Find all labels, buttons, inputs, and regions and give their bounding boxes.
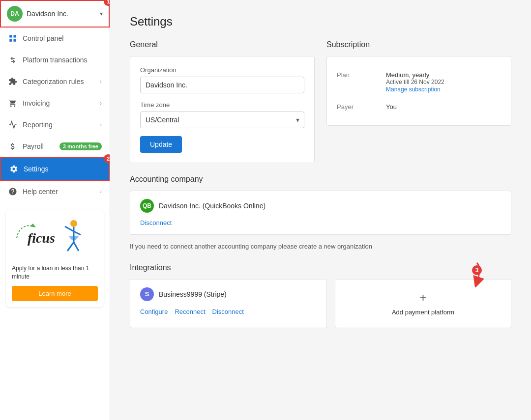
- tz-label: Time zone: [140, 101, 304, 109]
- sidebar-item-settings[interactable]: Settings 2: [0, 157, 110, 181]
- payer-label: Payer: [337, 103, 386, 111]
- learn-more-button[interactable]: Learn more: [12, 286, 98, 301]
- manage-subscription-link[interactable]: Manage subscription: [386, 86, 441, 93]
- promo-tagline: Apply for a loan in less than 1 minute: [12, 264, 98, 281]
- sidebar-item-payroll[interactable]: Payroll 3 months free: [0, 136, 110, 157]
- add-payment-platform-card[interactable]: + Add payment platform: [335, 279, 511, 328]
- stripe-disconnect-link[interactable]: Disconnect: [212, 308, 244, 315]
- account-name: Davidson Inc.: [27, 10, 100, 18]
- main-content: Settings General Organization Time zone …: [110, 0, 531, 420]
- subscription-card: Plan Medium, yearly Active till 26 Nov 2…: [326, 56, 511, 126]
- green-arrow-svg: [14, 219, 44, 243]
- general-section: General Organization Time zone US/Centra…: [130, 40, 315, 163]
- subscription-section-title: Subscription: [326, 40, 511, 49]
- accounting-card: QB Davidson Inc. (QuickBooks Online) Dis…: [130, 191, 511, 235]
- update-button[interactable]: Update: [140, 136, 182, 153]
- cart-icon: [8, 98, 18, 108]
- sidebar-label-invoicing: Invoicing: [23, 99, 100, 107]
- gear-icon: [9, 164, 19, 174]
- accounting-note: If you need to connect another accountin…: [130, 242, 511, 252]
- tz-select[interactable]: US/Central: [140, 112, 304, 128]
- avatar: DA: [7, 6, 23, 22]
- person-figure: [55, 218, 82, 259]
- plan-value: Medium, yearly Active till 26 Nov 2022 M…: [386, 71, 501, 93]
- add-platform-wrapper: 3 + Add payment platform: [335, 279, 511, 328]
- plan-name: Medium, yearly: [386, 71, 429, 79]
- stripe-header: S Business9999 (Stripe): [140, 287, 317, 301]
- plan-row: Plan Medium, yearly Active till 26 Nov 2…: [337, 66, 501, 98]
- puzzle-icon: [8, 77, 18, 86]
- tz-select-wrapper: US/Central ▾: [140, 112, 304, 128]
- sidebar-item-reporting[interactable]: Reporting ›: [0, 114, 110, 136]
- svg-line-11: [67, 242, 74, 251]
- integrations-section: Integrations S Business9999 (Stripe) Con…: [130, 263, 511, 328]
- integrations-grid: S Business9999 (Stripe) Configure Reconn…: [130, 279, 511, 328]
- subscription-section: Subscription Plan Medium, yearly Active …: [326, 40, 511, 163]
- svg-rect-0: [9, 35, 12, 37]
- top-section: General Organization Time zone US/Centra…: [130, 40, 511, 163]
- sidebar-item-help-center[interactable]: Help center ›: [0, 181, 110, 202]
- question-icon: [8, 187, 18, 196]
- sidebar-item-categorization-rules[interactable]: Categorization rules ›: [0, 71, 110, 92]
- disconnect-link[interactable]: Disconnect: [140, 219, 172, 226]
- accounting-company-name: Davidson Inc. (QuickBooks Online): [159, 202, 266, 210]
- plan-label: Plan: [337, 71, 386, 93]
- svg-rect-3: [14, 39, 16, 42]
- svg-line-10: [74, 231, 81, 235]
- grid-icon: [8, 33, 18, 43]
- svg-rect-1: [14, 35, 16, 37]
- sidebar-item-platform-transactions[interactable]: Platform transactions: [0, 49, 110, 71]
- reconnect-link[interactable]: Reconnect: [175, 308, 205, 315]
- sidebar-label-categorization-rules: Categorization rules: [23, 78, 100, 85]
- sidebar-label-platform-transactions: Platform transactions: [23, 56, 102, 64]
- org-input[interactable]: [140, 77, 304, 93]
- plan-active-date: Active till 26 Nov 2022: [386, 79, 501, 85]
- accounting-section: Accounting company QB Davidson Inc. (Qui…: [130, 175, 511, 252]
- accounting-company-row: QB Davidson Inc. (QuickBooks Online): [140, 199, 501, 213]
- settings-badge: 2: [104, 154, 110, 163]
- arrows-icon: [8, 55, 18, 65]
- account-badge: 1: [104, 0, 110, 6]
- account-selector[interactable]: DA Davidson Inc. ▾ 1: [0, 0, 110, 28]
- chevron-right-icon-reporting: ›: [100, 121, 102, 128]
- sidebar-item-control-panel[interactable]: Control panel: [0, 28, 110, 49]
- sidebar: DA Davidson Inc. ▾ 1 Control panel Platf…: [0, 0, 110, 420]
- svg-line-9: [65, 226, 74, 231]
- configure-link[interactable]: Configure: [140, 308, 168, 315]
- payer-value: You: [386, 103, 501, 111]
- stripe-name: Business9999 (Stripe): [159, 290, 227, 298]
- promo-card: ficus Apply for a loan in less than 1 mi…: [6, 210, 104, 307]
- quickbooks-icon: QB: [140, 199, 154, 213]
- stripe-integration-card: S Business9999 (Stripe) Configure Reconn…: [130, 279, 327, 328]
- svg-rect-2: [9, 39, 12, 42]
- stripe-icon: S: [140, 287, 154, 301]
- chevron-down-icon: ▾: [100, 10, 103, 17]
- add-platform-label: Add payment platform: [392, 308, 454, 316]
- general-section-title: General: [130, 40, 315, 49]
- sidebar-label-control-panel: Control panel: [23, 34, 102, 42]
- payer-row: Payer You: [337, 98, 501, 115]
- sidebar-label-help-center: Help center: [23, 188, 100, 196]
- sidebar-label-settings: Settings: [24, 165, 101, 173]
- accounting-section-title: Accounting company: [130, 175, 511, 184]
- sidebar-label-payroll: Payroll: [23, 142, 57, 150]
- chevron-right-icon: ›: [100, 78, 102, 85]
- promo-illustration: ficus: [12, 216, 98, 260]
- general-card: Organization Time zone US/Central ▾ Upda…: [130, 56, 315, 163]
- free-badge: 3 months free: [59, 142, 102, 150]
- sidebar-item-invoicing[interactable]: Invoicing ›: [0, 92, 110, 114]
- svg-line-12: [74, 242, 79, 251]
- trend-icon: [8, 120, 18, 130]
- svg-point-7: [70, 220, 77, 227]
- chevron-right-icon-help: ›: [100, 188, 102, 195]
- sidebar-label-reporting: Reporting: [23, 121, 100, 129]
- page-title: Settings: [130, 15, 511, 28]
- chevron-right-icon-invoicing: ›: [100, 100, 102, 107]
- dollar-icon: [8, 141, 18, 151]
- add-plus-icon: +: [419, 291, 426, 305]
- red-arrow-svg: [450, 260, 484, 287]
- org-label: Organization: [140, 66, 304, 74]
- stripe-actions: Configure Reconnect Disconnect: [140, 308, 317, 315]
